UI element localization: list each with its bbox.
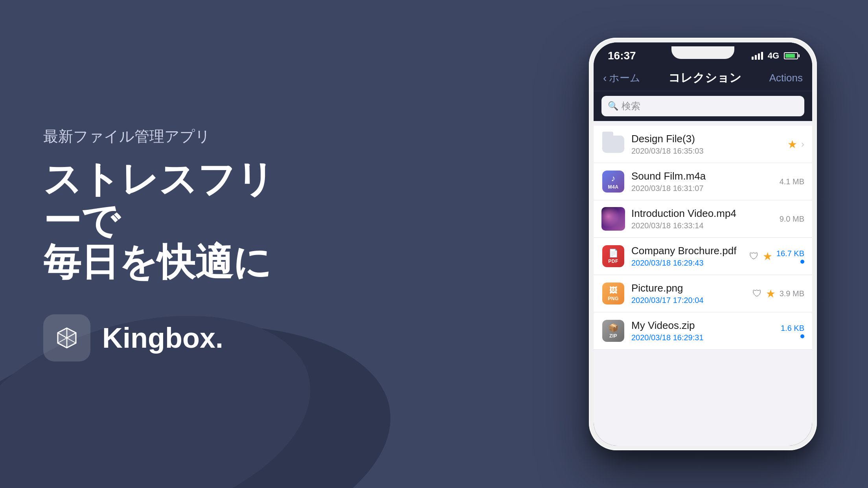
list-item[interactable]: ♪ M4A Sound Film.m4a 2020/03/18 16:31:07… bbox=[594, 163, 812, 200]
file-date: 2020/03/18 16:31:07 bbox=[631, 184, 773, 193]
folder-icon-wrapper bbox=[601, 132, 625, 156]
star-icon: ★ bbox=[766, 287, 776, 300]
file-meta: 🛡 ★ 3.9 MB bbox=[752, 287, 804, 300]
phone-screen: 16:37 4G ‹ ホ bbox=[594, 42, 812, 446]
m4a-badge: ♪ M4A bbox=[602, 171, 624, 193]
file-size: 16.7 KB bbox=[776, 249, 804, 258]
file-meta: ★ › bbox=[787, 138, 804, 151]
logo-icon bbox=[43, 314, 90, 361]
nav-bar: ‹ ホーム コレクション Actions bbox=[594, 65, 812, 91]
unread-dot bbox=[800, 260, 804, 264]
list-item[interactable]: 📄 PDF Company Brochure.pdf 2020/03/18 16… bbox=[594, 238, 812, 275]
folder-icon bbox=[602, 136, 624, 153]
file-info: Introduction Video.mp4 2020/03/18 16:33:… bbox=[631, 207, 773, 230]
file-date: 2020/03/18 16:29:31 bbox=[631, 333, 774, 342]
file-info: Design File(3) 2020/03/18 16:35:03 bbox=[631, 133, 781, 156]
nav-back-label: ホーム bbox=[609, 71, 640, 85]
pdf-icon-wrapper: 📄 PDF bbox=[601, 244, 625, 268]
file-name: Introduction Video.mp4 bbox=[631, 207, 773, 220]
file-info: Sound Film.m4a 2020/03/18 16:31:07 bbox=[631, 170, 773, 193]
list-item[interactable]: Design File(3) 2020/03/18 16:35:03 ★ › bbox=[594, 126, 812, 163]
file-date: 2020/03/18 16:33:14 bbox=[631, 221, 773, 230]
file-date: 2020/03/18 16:35:03 bbox=[631, 147, 781, 156]
file-size: 1.6 KB bbox=[781, 324, 804, 333]
signal-icon bbox=[752, 52, 763, 60]
search-icon: 🔍 bbox=[608, 101, 618, 111]
left-content: 最新ファイル管理アプリ ストレスフリーで 毎日を快適に Kingbox. bbox=[31, 0, 307, 488]
phone-mockup: 16:37 4G ‹ ホ bbox=[589, 38, 817, 450]
file-info: My Videos.zip 2020/03/18 16:29:31 bbox=[631, 319, 774, 342]
status-time: 16:37 bbox=[608, 50, 636, 62]
battery-icon bbox=[784, 52, 798, 59]
actions-button[interactable]: Actions bbox=[769, 72, 803, 84]
file-name: Sound Film.m4a bbox=[631, 170, 773, 182]
file-size: 4.1 MB bbox=[780, 177, 804, 186]
nav-title: コレクション bbox=[668, 70, 741, 86]
png-icon-wrapper: 🖼 PNG bbox=[601, 282, 625, 305]
png-badge: 🖼 PNG bbox=[602, 283, 624, 305]
file-date: 2020/03/18 16:29:43 bbox=[631, 259, 743, 268]
file-size: 3.9 MB bbox=[780, 289, 804, 298]
phone-notch bbox=[671, 46, 734, 59]
shield-icon: 🛡 bbox=[749, 251, 759, 262]
chevron-right-icon: › bbox=[801, 139, 804, 150]
file-list: Design File(3) 2020/03/18 16:35:03 ★ › ♪… bbox=[594, 121, 812, 446]
file-name: Company Brochure.pdf bbox=[631, 245, 743, 257]
chevron-left-icon: ‹ bbox=[603, 72, 607, 84]
shield-icon: 🛡 bbox=[752, 288, 762, 299]
search-field[interactable]: 🔍 検索 bbox=[601, 96, 804, 116]
list-item[interactable]: Introduction Video.mp4 2020/03/18 16:33:… bbox=[594, 200, 812, 238]
file-meta: 🛡 ★ 16.7 KB bbox=[749, 249, 804, 264]
search-placeholder: 検索 bbox=[622, 100, 640, 112]
m4a-icon-wrapper: ♪ M4A bbox=[601, 170, 625, 193]
file-name: My Videos.zip bbox=[631, 319, 774, 332]
status-icons: 4G bbox=[752, 51, 798, 61]
box-icon bbox=[53, 324, 81, 352]
file-meta: 9.0 MB bbox=[780, 215, 804, 224]
file-name: Design File(3) bbox=[631, 133, 781, 145]
phone-wrapper: 16:37 4G ‹ ホ bbox=[589, 38, 817, 450]
file-date: 2020/03/17 17:20:04 bbox=[631, 296, 746, 305]
network-type: 4G bbox=[768, 51, 779, 61]
nav-back-button[interactable]: ‹ ホーム bbox=[603, 71, 640, 85]
pdf-badge: 📄 PDF bbox=[602, 245, 624, 267]
video-icon-wrapper bbox=[601, 207, 625, 231]
zip-icon-wrapper: 📦 ZIP bbox=[601, 319, 625, 343]
zip-badge: 📦 ZIP bbox=[602, 320, 624, 342]
list-item[interactable]: 🖼 PNG Picture.png 2020/03/17 17:20:04 🛡 … bbox=[594, 275, 812, 312]
file-info: Company Brochure.pdf 2020/03/18 16:29:43 bbox=[631, 245, 743, 268]
tagline-line1: ストレスフリーで bbox=[43, 158, 307, 241]
logo-area: Kingbox. bbox=[43, 314, 307, 361]
video-thumbnail bbox=[601, 207, 625, 231]
search-bar: 🔍 検索 bbox=[594, 91, 812, 121]
star-icon: ★ bbox=[763, 250, 772, 263]
file-info: Picture.png 2020/03/17 17:20:04 bbox=[631, 282, 746, 305]
subtitle: 最新ファイル管理アプリ bbox=[43, 127, 307, 147]
file-meta: 4.1 MB bbox=[780, 177, 804, 186]
unread-dot bbox=[800, 334, 804, 338]
file-meta: 1.6 KB bbox=[781, 324, 804, 338]
tagline-line2: 毎日を快適に bbox=[43, 241, 307, 283]
music-icon: ♪ bbox=[611, 173, 616, 183]
star-icon: ★ bbox=[787, 138, 797, 151]
logo-text: Kingbox. bbox=[102, 322, 223, 354]
main-tagline: ストレスフリーで 毎日を快適に bbox=[43, 158, 307, 283]
file-name: Picture.png bbox=[631, 282, 746, 294]
file-size: 9.0 MB bbox=[780, 215, 804, 224]
list-item[interactable]: 📦 ZIP My Videos.zip 2020/03/18 16:29:31 … bbox=[594, 312, 812, 350]
